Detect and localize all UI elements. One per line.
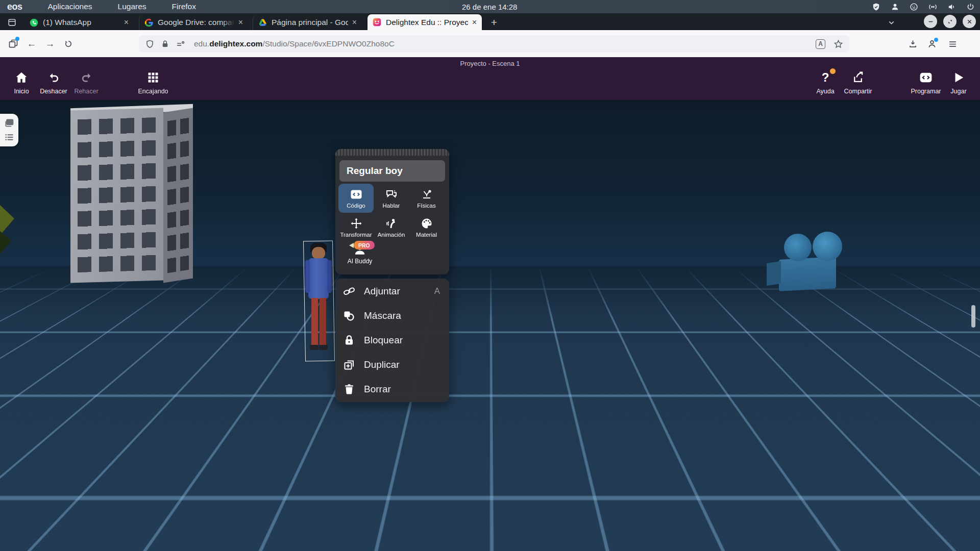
tool-code[interactable]: Código bbox=[338, 184, 374, 213]
user-icon[interactable] bbox=[891, 3, 899, 11]
home-label: Inicio bbox=[14, 88, 29, 95]
tab-drive-home[interactable]: Página principal - Google × bbox=[253, 15, 362, 30]
close-icon[interactable]: × bbox=[468, 18, 477, 27]
window-close-button[interactable] bbox=[963, 15, 976, 28]
environment-button[interactable]: Ambiente bbox=[110, 512, 154, 538]
gear-icon bbox=[330, 540, 338, 548]
close-icon[interactable]: × bbox=[120, 18, 129, 27]
menu-item-lock[interactable]: Bloquear bbox=[335, 328, 449, 353]
tab-google-drive[interactable]: Google Drive: comparte a × bbox=[139, 15, 248, 30]
character-torso[interactable] bbox=[308, 258, 329, 299]
account-icon[interactable] bbox=[925, 37, 939, 51]
character-head[interactable] bbox=[312, 247, 325, 259]
undo-label: Deshacer bbox=[40, 88, 67, 95]
tool-transform[interactable]: Transformar bbox=[338, 213, 374, 242]
menu-firefox[interactable]: Firefox bbox=[172, 2, 196, 11]
gallery-icon[interactable] bbox=[4, 118, 14, 128]
pro-badge: PRO bbox=[354, 241, 375, 249]
menu-aplicaciones[interactable]: Aplicaciones bbox=[48, 2, 92, 11]
tool-speak[interactable]: Hablar bbox=[374, 184, 409, 213]
menu-item-label: Máscara bbox=[364, 310, 401, 321]
play-button[interactable]: Jugar bbox=[939, 70, 978, 95]
menu-item-label: Borrar bbox=[364, 384, 391, 395]
tab-title: (1) WhatsApp bbox=[43, 18, 91, 27]
firefox-view-icon[interactable] bbox=[5, 16, 18, 28]
downloads-icon[interactable] bbox=[905, 37, 920, 51]
folder-icon bbox=[222, 540, 231, 547]
tab-delightex-active[interactable]: Delightex Edu :: Proyecto × bbox=[368, 14, 482, 30]
snapping-button[interactable]: Encajando bbox=[133, 70, 173, 95]
building-windows bbox=[180, 118, 189, 271]
maximize-button[interactable] bbox=[943, 15, 957, 28]
help-label: Ayuda bbox=[816, 88, 834, 95]
menu-item-duplicate[interactable]: Duplicar bbox=[335, 353, 449, 377]
list-icon[interactable] bbox=[4, 132, 14, 142]
building-front[interactable] bbox=[70, 108, 163, 283]
google-icon bbox=[144, 18, 153, 27]
new-tab-button[interactable]: + bbox=[487, 16, 501, 29]
share-label: Compartir bbox=[844, 88, 872, 95]
tool-physics[interactable]: Físicas bbox=[409, 184, 444, 213]
scene-side-panel-tab bbox=[0, 114, 18, 146]
notification-dot bbox=[15, 37, 19, 41]
reload-button[interactable] bbox=[61, 37, 76, 51]
volume-icon[interactable] bbox=[947, 3, 956, 11]
camera-body[interactable] bbox=[779, 257, 836, 291]
security-check-icon[interactable] bbox=[872, 3, 880, 11]
code-icon bbox=[919, 70, 933, 84]
menu-item-delete[interactable]: Borrar bbox=[335, 377, 449, 402]
menu-item-mask[interactable]: Máscara bbox=[335, 304, 449, 328]
catalog-button[interactable]: Catálogo bbox=[17, 512, 61, 538]
close-icon[interactable]: × bbox=[348, 18, 357, 27]
menu-lugares[interactable]: Lugares bbox=[118, 2, 146, 11]
pro-badge-notch bbox=[349, 243, 354, 248]
firefox-view-window-icon[interactable] bbox=[6, 37, 20, 51]
character-shoe-right bbox=[319, 345, 328, 350]
menu-item-attach[interactable]: Adjuntar A bbox=[335, 279, 449, 304]
share-button[interactable]: Compartir bbox=[838, 70, 878, 95]
environment-label: Ambiente bbox=[116, 528, 147, 536]
url-text[interactable]: edu.delightex.com/Studio/Space/6vxEDPNWO… bbox=[194, 39, 816, 48]
menu-hamburger-icon[interactable] bbox=[945, 37, 960, 51]
tab-whatsapp[interactable]: (1) WhatsApp × bbox=[24, 15, 134, 30]
scene-viewport[interactable] bbox=[0, 100, 980, 551]
taskbar-item-settings[interactable]: Configuración bbox=[324, 538, 439, 549]
permissions-icon[interactable] bbox=[176, 39, 185, 49]
lock-icon bbox=[343, 334, 355, 346]
upload-label: Cargar bbox=[74, 528, 96, 536]
taskbar-item-firefox[interactable]: Delightex Edu :: Proyecto — Mozil... bbox=[0, 538, 108, 549]
power-icon[interactable] bbox=[966, 3, 975, 11]
drag-grip[interactable] bbox=[335, 149, 449, 156]
tree-shadow-side bbox=[0, 229, 11, 258]
speech-bubbles-icon bbox=[385, 188, 398, 201]
back-button[interactable]: ← bbox=[24, 37, 39, 51]
url-bar[interactable]: edu.delightex.com/Studio/Space/6vxEDPNWO… bbox=[139, 35, 849, 53]
upload-button[interactable]: Cargar bbox=[63, 512, 107, 538]
whatsapp-icon bbox=[30, 18, 38, 27]
clock[interactable]: 26 de ene 14:28 bbox=[462, 0, 517, 13]
tool-ai-buddy[interactable]: PRO AI Buddy bbox=[338, 243, 381, 265]
translate-icon[interactable]: A bbox=[816, 39, 825, 49]
catalog-label: Catálogo bbox=[24, 528, 54, 536]
taskbar-item-exelearning[interactable]: eXeLearning bbox=[109, 538, 215, 549]
workspace-indicator[interactable]: 1 / 2 bbox=[959, 538, 972, 549]
building-windows bbox=[99, 118, 113, 272]
close-icon[interactable]: × bbox=[234, 18, 243, 27]
tool-material[interactable]: Material bbox=[409, 213, 444, 242]
building-side bbox=[163, 108, 193, 283]
redo-button[interactable]: Rehacer bbox=[66, 70, 106, 95]
minimize-button[interactable] bbox=[924, 15, 937, 28]
lock-icon[interactable] bbox=[160, 39, 170, 49]
tool-animation[interactable]: Animación bbox=[374, 213, 409, 242]
bookmark-star-icon[interactable] bbox=[834, 39, 843, 49]
tab-list-chevron-icon[interactable] bbox=[885, 16, 898, 29]
code-icon bbox=[350, 188, 362, 201]
character-arm-right bbox=[327, 260, 332, 293]
input-method-icon[interactable] bbox=[910, 3, 918, 11]
scrollbar-thumb[interactable] bbox=[971, 305, 975, 328]
taskbar-item-images[interactable]: Imágenes bbox=[216, 538, 323, 549]
forward-button[interactable]: → bbox=[43, 37, 57, 51]
remote-connection-icon[interactable] bbox=[928, 3, 937, 11]
shield-icon[interactable] bbox=[145, 39, 155, 49]
object-name-header[interactable]: Regular boy bbox=[339, 160, 445, 182]
